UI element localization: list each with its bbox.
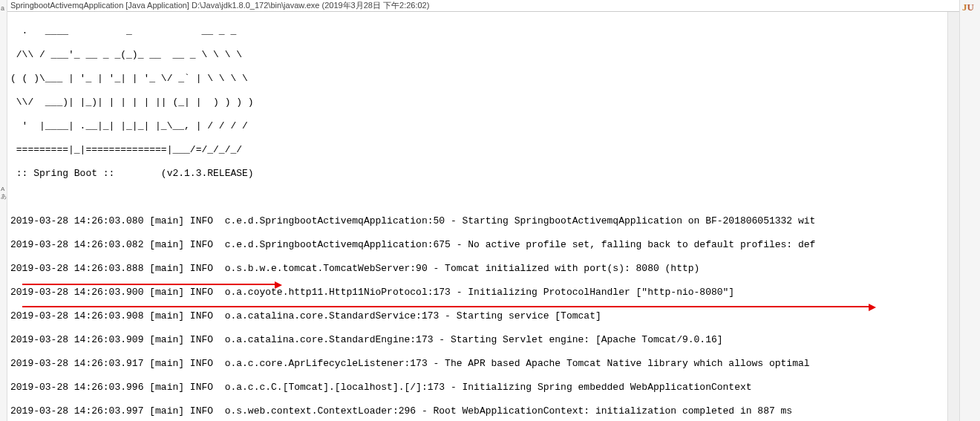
console-title: SpringbootActivemqApplication [Java Appl… xyxy=(10,0,429,11)
banner-line: =========|_|==============|___/=/_/_/_/ xyxy=(10,144,956,156)
console-panel: SpringbootActivemqApplication [Java Appl… xyxy=(7,0,959,421)
gutter-label-mid: Aあ xyxy=(1,186,7,200)
blank-line xyxy=(10,192,956,203)
banner-line: ( ( )\___ | '_ | '_| | '_ \/ _` | \ \ \ … xyxy=(10,73,956,85)
log-line: 2019-03-28 14:26:03.917 [main] INFO o.a.… xyxy=(10,358,956,370)
banner-line: /\\ / ___'_ __ _ _(_)_ __ __ _ \ \ \ \ xyxy=(10,49,956,61)
junit-u: U xyxy=(967,1,974,13)
left-gutter: a Aあ xyxy=(0,0,7,421)
banner-line: \\/ ___)| |_)| | | | | || (_| | ) ) ) ) xyxy=(10,97,956,108)
junit-icon[interactable]: JU xyxy=(962,1,974,13)
console-text: . ____ _ __ _ _ /\\ / ___'_ __ _ _(_)_ _… xyxy=(10,13,956,421)
vertical-scrollbar[interactable] xyxy=(947,12,959,421)
log-line: 2019-03-28 14:26:03.996 [main] INFO o.a.… xyxy=(10,382,956,394)
log-line: 2019-03-28 14:26:03.080 [main] INFO c.e.… xyxy=(10,215,956,227)
log-line: 2019-03-28 14:26:03.082 [main] INFO c.e.… xyxy=(10,239,956,251)
banner-line: ' |____| .__|_| |_|_| |_\__, | / / / / xyxy=(10,120,956,132)
log-line: 2019-03-28 14:26:03.909 [main] INFO o.a.… xyxy=(10,334,956,346)
log-line: 2019-03-28 14:26:03.900 [main] INFO o.a.… xyxy=(10,287,956,298)
banner-line: :: Spring Boot :: (v2.1.3.RELEASE) xyxy=(10,168,956,180)
right-gutter: JU xyxy=(959,0,980,421)
gutter-label-top: a xyxy=(1,4,4,12)
banner-line: . ____ _ __ _ _ xyxy=(10,25,956,37)
console-header: SpringbootActivemqApplication [Java Appl… xyxy=(7,0,959,12)
log-line: 2019-03-28 14:26:03.908 [main] INFO o.a.… xyxy=(10,310,956,322)
console-output[interactable]: . ____ _ __ _ _ /\\ / ___'_ __ _ _(_)_ _… xyxy=(7,12,959,421)
log-line: 2019-03-28 14:26:03.888 [main] INFO o.s.… xyxy=(10,263,956,275)
log-line: 2019-03-28 14:26:03.997 [main] INFO o.s.… xyxy=(10,405,956,417)
